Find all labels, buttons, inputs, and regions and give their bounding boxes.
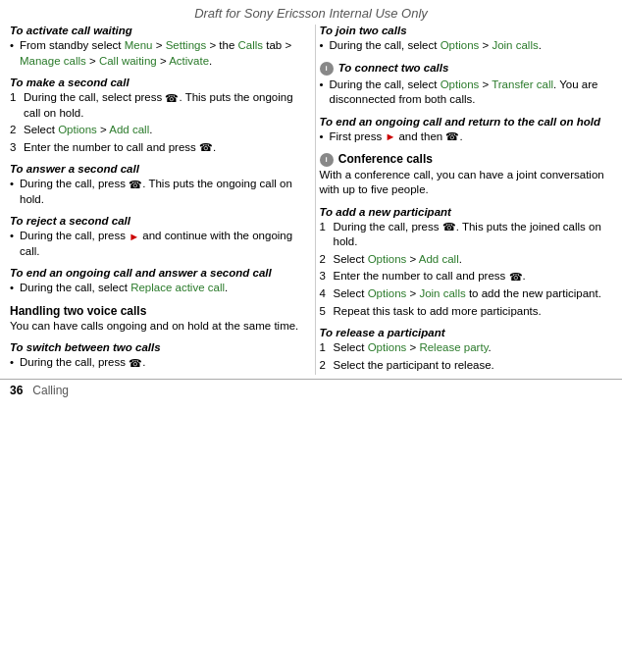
- add-call-link: Add call: [109, 124, 149, 135]
- footer-bar: 36 Calling: [0, 379, 622, 397]
- numbered-item: 2Select Options > Add call.: [10, 123, 303, 138]
- bullet-activate: From standby select Menu > Settings > th…: [10, 38, 303, 69]
- bold-heading-conference-calls: i Conference calls: [320, 152, 613, 167]
- bullet-answer: During the call, press ☎. This puts the …: [10, 177, 303, 207]
- bold-heading-two-voice-calls: Handling two voice calls: [10, 304, 303, 318]
- bullet-end-answer: During the call, select Replace active c…: [10, 281, 303, 296]
- manage-calls-link: Manage calls: [20, 55, 86, 67]
- settings-link: Settings: [166, 39, 207, 51]
- bullet-reject: During the call, press ► and continue wi…: [10, 229, 303, 259]
- replace-active-call-link: Replace active call: [130, 282, 225, 293]
- right-column: To join two calls During the call, selec…: [315, 25, 613, 375]
- section-title-end-return-hold: To end an ongoing call and return to the…: [320, 116, 613, 128]
- options-link: Options: [368, 341, 407, 353]
- transfer-call-link: Transfer call: [492, 78, 553, 90]
- call-icon: ☎: [165, 91, 179, 106]
- section-title-end-ongoing-answer-second: To end an ongoing call and answer a seco…: [10, 267, 303, 279]
- draft-header: Draft for Sony Ericsson Internal Use Onl…: [0, 0, 622, 25]
- options-link: Options: [441, 39, 480, 51]
- numbered-item: 2Select the participant to release.: [320, 358, 613, 374]
- section-title-activate-call-waiting: To activate call waiting: [10, 25, 303, 36]
- end-call-icon: ►: [129, 230, 139, 244]
- end-call-icon: ►: [385, 129, 395, 144]
- section-title-add-participant: To add a new participant: [320, 206, 613, 218]
- options-link: Options: [368, 253, 407, 265]
- section-title-answer-second-call: To answer a second call: [10, 163, 303, 175]
- section-title-switch-calls: To switch between two calls: [10, 341, 303, 353]
- section-title-make-second-call: To make a second call: [10, 77, 303, 88]
- section-title-reject-second-call: To reject a second call: [10, 215, 303, 227]
- add-call-link: Add call: [419, 253, 459, 265]
- activate-link: Activate: [169, 55, 209, 67]
- numbered-item: 1During the call, press ☎. This puts the…: [320, 220, 613, 250]
- numbered-item: 1During the call, select press ☎. This p…: [10, 90, 303, 121]
- call-icon: ☎: [442, 220, 456, 234]
- page-wrapper: Draft for Sony Ericsson Internal Use Onl…: [0, 0, 622, 397]
- info-icon: i: [320, 62, 334, 76]
- numbered-item: 5Repeat this task to add more participan…: [320, 304, 613, 320]
- bullet-join: During the call, select Options > Join c…: [320, 38, 613, 54]
- content-wrapper: To activate call waiting From standby se…: [0, 25, 622, 375]
- call-waiting-link: Call waiting: [99, 55, 157, 67]
- numbered-item: 2Select Options > Add call.: [320, 252, 613, 268]
- section-title-join-two-calls: To join two calls: [320, 25, 613, 36]
- call-icon: ☎: [129, 178, 142, 192]
- bullet-connect: During the call, select Options > Transf…: [320, 78, 613, 108]
- numbered-item: 3Enter the number to call and press ☎.: [10, 140, 303, 156]
- call-icon: ☎: [129, 356, 142, 371]
- section-title-connect-two-calls: i To connect two calls: [320, 62, 613, 76]
- bullet-switch: During the call, press ☎.: [10, 355, 303, 371]
- numbered-item: 3Enter the number to call and press ☎.: [320, 269, 613, 284]
- calls-link: Calls: [237, 39, 263, 51]
- options-link: Options: [441, 78, 480, 90]
- options-link: Options: [368, 287, 407, 299]
- call-icon: ☎: [509, 270, 523, 284]
- section-title-release-participant: To release a participant: [320, 327, 613, 338]
- numbered-item: 1Select Options > Release party.: [320, 340, 613, 356]
- options-link: Options: [58, 124, 97, 135]
- call-icon: ☎: [445, 129, 459, 144]
- footer-label: Calling: [32, 384, 69, 397]
- call-icon: ☎: [199, 140, 213, 155]
- release-party-link: Release party: [419, 341, 488, 353]
- conference-calls-text: With a conference call, you can have a j…: [320, 168, 613, 198]
- two-voice-calls-text: You can have calls ongoing and on hold a…: [10, 319, 303, 335]
- join-calls-link: Join calls: [492, 39, 538, 51]
- left-column: To activate call waiting From standby se…: [10, 25, 307, 375]
- page-number: 36: [10, 384, 23, 397]
- join-calls-link: Join calls: [419, 287, 465, 299]
- numbered-item: 4Select Options > Join calls to add the …: [320, 286, 613, 302]
- info-icon-conference: i: [320, 153, 334, 167]
- bullet-end-return: First press ► and then ☎.: [320, 129, 613, 145]
- menu-link: Menu: [125, 39, 153, 51]
